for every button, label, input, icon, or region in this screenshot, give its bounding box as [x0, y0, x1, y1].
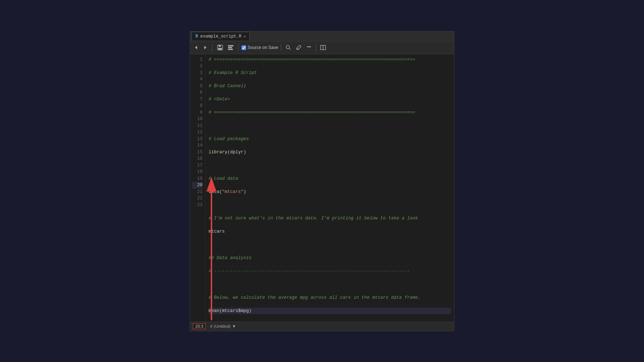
line-num-20: 20: [192, 182, 203, 189]
toolbar-sep-4: [316, 44, 316, 51]
line-num-17: 17: [192, 162, 203, 169]
line-num-8: 8: [192, 103, 203, 109]
line-num-15: 15: [192, 149, 203, 156]
context-dropdown-icon[interactable]: ▼: [232, 324, 236, 328]
code-line-14: mtcars: [209, 228, 451, 235]
line-num-9: 9: [192, 109, 203, 116]
code-line-13: # I'm not sure what's in the mtcars data…: [209, 215, 451, 222]
tab-bar: R example_script.R ✕: [190, 31, 454, 41]
forward-button[interactable]: [201, 44, 209, 51]
line-num-7: 7: [192, 96, 203, 103]
line-num-21: 21: [192, 189, 203, 195]
svg-marker-12: [310, 46, 311, 48]
source-on-save-text: Source on Save: [248, 45, 278, 50]
context-hash: #: [210, 324, 212, 328]
code-line-9: [209, 162, 451, 169]
svg-point-8: [286, 45, 289, 49]
line-num-22: 22: [192, 195, 203, 202]
source-on-save-label[interactable]: Source on Save: [241, 45, 278, 50]
code-line-18: [209, 281, 451, 288]
code-area[interactable]: 1 2 3 4 5 6 7 8 9 10 11 12 13 14 15 16 1…: [190, 54, 454, 322]
svg-rect-7: [228, 49, 233, 50]
code-line-10: # Load data: [209, 175, 451, 182]
back-button[interactable]: [192, 44, 200, 51]
editor-container: R example_script.R ✕: [190, 31, 454, 331]
status-bar: 20:3 # (Untitled) ▼: [190, 322, 454, 331]
code-line-4: # <Date>: [209, 96, 451, 103]
code-line-1: # ======================================…: [209, 56, 451, 63]
tab-filename: example_script.R: [200, 34, 241, 39]
code-line-19: # Below, we calculate the average mpg ac…: [209, 294, 451, 301]
svg-rect-4: [218, 48, 222, 50]
line-num-19: 19: [192, 175, 203, 182]
code-line-5: # ======================================…: [209, 109, 451, 116]
line-num-4: 4: [192, 76, 203, 83]
line-num-1: 1: [192, 56, 203, 63]
line-num-10: 10: [192, 116, 203, 123]
code-line-7: # Load packages: [209, 136, 451, 143]
svg-rect-6: [228, 47, 232, 48]
save-button[interactable]: [215, 44, 225, 51]
status-context: # (Untitled) ▼: [210, 324, 236, 328]
svg-line-9: [289, 48, 291, 50]
code-line-8: library(dplyr): [209, 149, 451, 156]
search-button[interactable]: [284, 44, 293, 51]
code-line-11: data("mtcars"): [209, 189, 451, 195]
source-on-save-checkbox[interactable]: [241, 45, 246, 50]
code-line-12: [209, 202, 451, 209]
toolbar-sep-3: [281, 44, 281, 51]
code-line-17: # --------------------------------------…: [209, 268, 451, 275]
code-line-20: mean(mtcars$mpg): [209, 308, 451, 314]
code-line-16: ## Data analysis: [209, 255, 451, 262]
svg-rect-3: [219, 45, 221, 47]
svg-marker-0: [195, 46, 197, 49]
close-tab-button[interactable]: ✕: [244, 34, 246, 39]
line-num-16: 16: [192, 155, 203, 162]
run-lines-button[interactable]: [226, 44, 235, 51]
code-line-3: # Brad Cannell: [209, 83, 451, 90]
line-num-18: 18: [192, 169, 203, 175]
context-label[interactable]: (Untitled): [214, 324, 231, 328]
cursor-position: 20:3: [193, 323, 206, 329]
line-num-2: 2: [192, 63, 203, 70]
svg-point-10: [297, 49, 298, 49]
svg-marker-1: [204, 46, 206, 49]
line-num-14: 14: [192, 142, 203, 149]
code-line-6: [209, 123, 451, 129]
code-line-2: # Example R Script: [209, 70, 451, 76]
svg-rect-5: [228, 45, 233, 46]
line-numbers: 1 2 3 4 5 6 7 8 9 10 11 12 13 14 15 16 1…: [190, 54, 206, 322]
options-button[interactable]: [305, 44, 313, 51]
line-num-12: 12: [192, 129, 203, 136]
tools-button[interactable]: [294, 44, 303, 51]
toolbar-sep-1: [212, 44, 213, 51]
line-num-5: 5: [192, 83, 203, 90]
line-num-3: 3: [192, 70, 203, 76]
code-editor[interactable]: # ======================================…: [206, 54, 454, 322]
line-num-23: 23: [192, 202, 203, 209]
toolbar-sep-2: [238, 44, 239, 51]
pane-button[interactable]: [319, 44, 327, 51]
code-line-15: [209, 242, 451, 248]
line-num-13: 13: [192, 136, 203, 143]
line-num-11: 11: [192, 123, 203, 129]
r-file-icon: R: [195, 34, 198, 39]
line-num-6: 6: [192, 89, 203, 96]
file-tab[interactable]: R example_script.R ✕: [191, 32, 250, 40]
toolbar: Source on Save: [190, 41, 454, 54]
